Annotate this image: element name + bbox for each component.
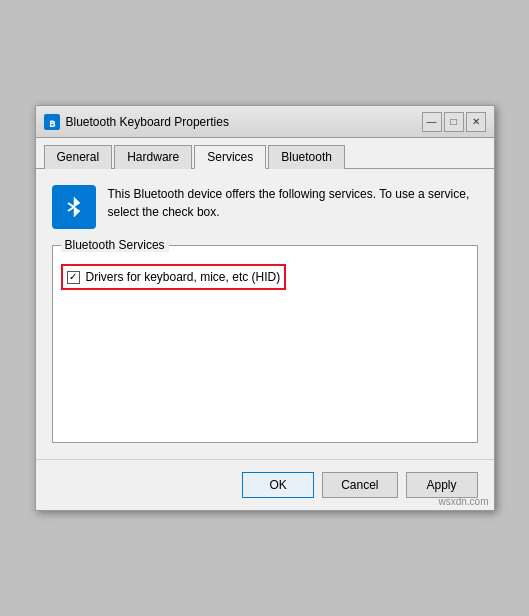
cancel-button[interactable]: Cancel: [322, 472, 397, 498]
bluetooth-icon: [52, 185, 96, 229]
watermark: wsxdn.com: [438, 496, 488, 507]
service-checkbox-hid[interactable]: [67, 271, 80, 284]
title-icon: ʙ: [44, 114, 60, 130]
tab-bluetooth[interactable]: Bluetooth: [268, 145, 345, 169]
tabs-bar: General Hardware Services Bluetooth: [36, 138, 494, 169]
tab-general[interactable]: General: [44, 145, 113, 169]
services-group: Bluetooth Services Drivers for keyboard,…: [52, 245, 478, 443]
service-label-hid: Drivers for keyboard, mice, etc (HID): [86, 270, 281, 284]
bottom-buttons: OK Cancel Apply: [36, 459, 494, 510]
tab-services[interactable]: Services: [194, 145, 266, 169]
ok-button[interactable]: OK: [242, 472, 314, 498]
close-button[interactable]: ✕: [466, 112, 486, 132]
title-bar: ʙ Bluetooth Keyboard Properties — □ ✕: [36, 106, 494, 138]
content-area: This Bluetooth device offers the followi…: [36, 169, 494, 459]
maximize-button[interactable]: □: [444, 112, 464, 132]
apply-button[interactable]: Apply: [406, 472, 478, 498]
minimize-button[interactable]: —: [422, 112, 442, 132]
info-description: This Bluetooth device offers the followi…: [108, 185, 478, 221]
title-buttons: — □ ✕: [422, 112, 486, 132]
window-title: Bluetooth Keyboard Properties: [66, 115, 422, 129]
services-group-label: Bluetooth Services: [61, 238, 169, 252]
tab-hardware[interactable]: Hardware: [114, 145, 192, 169]
dialog-window: ʙ Bluetooth Keyboard Properties — □ ✕ Ge…: [35, 105, 495, 511]
info-row: This Bluetooth device offers the followi…: [52, 185, 478, 229]
svg-text:ʙ: ʙ: [49, 117, 56, 129]
service-item-hid: Drivers for keyboard, mice, etc (HID): [61, 264, 287, 290]
